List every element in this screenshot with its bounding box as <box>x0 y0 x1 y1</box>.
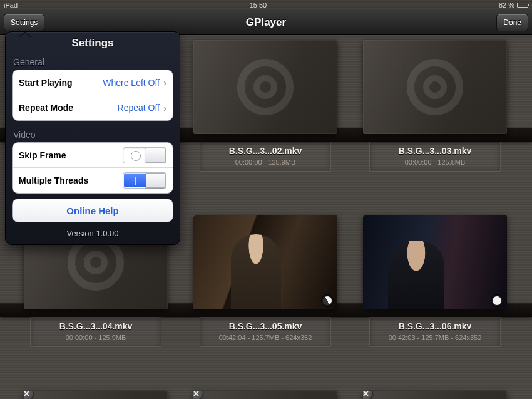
online-help-button[interactable]: Online Help <box>12 199 173 222</box>
section-general-label: General <box>6 53 180 68</box>
video-meta: 00:00:00 - 125.8MB <box>372 158 498 166</box>
battery-pct: 82 % <box>499 1 514 9</box>
repeat-mode-label: Repeat Mode <box>19 103 73 113</box>
video-item[interactable]: ✕ B.S.G...3...06.mkv 00:42:03 - 125.7MB … <box>358 215 512 316</box>
version-label: Version 1.0.00 <box>6 226 180 244</box>
video-item[interactable]: B.S.G...3...02.mkv 00:00:00 - 125.9MB <box>188 40 342 140</box>
video-meta: 00:42:04 - 125.7MB - 624x352 <box>203 334 328 341</box>
row-skip-frame: Skip Frame <box>13 143 173 168</box>
video-thumbnail[interactable]: ✕ <box>363 215 507 309</box>
app-title: GPlayer <box>246 16 286 29</box>
video-filename: B.S.G...3...03.mkv <box>372 146 498 156</box>
video-filename: B.S.G...3...04.mkv <box>33 321 158 331</box>
progress-icon <box>321 294 334 307</box>
video-meta: 00:00:00 - 125.9MB <box>33 334 158 341</box>
settings-button[interactable]: Settings <box>4 14 44 31</box>
status-right: 82 % <box>499 1 528 9</box>
toggle-knob <box>145 173 166 188</box>
video-thumbnail[interactable]: ✕ <box>193 391 337 399</box>
video-meta: 00:42:03 - 125.7MB - 624x352 <box>372 334 498 341</box>
toggle-knob <box>145 148 166 163</box>
video-item[interactable]: ✕ <box>188 391 342 399</box>
group-video: Skip Frame Multiple Threads | <box>12 142 173 194</box>
done-button[interactable]: Done <box>496 14 528 31</box>
video-filename: B.S.G...3...02.mkv <box>203 146 328 156</box>
chevron-right-icon: › <box>163 103 166 113</box>
row-start-playing[interactable]: Start Playing Where Left Off › <box>13 70 173 95</box>
progress-icon <box>491 294 503 307</box>
settings-popover: Settings General Start Playing Where Lef… <box>5 31 180 245</box>
video-thumbnail[interactable] <box>363 40 507 134</box>
skip-frame-toggle[interactable] <box>123 147 166 163</box>
battery-icon <box>517 3 528 8</box>
start-playing-label: Start Playing <box>19 78 73 88</box>
video-item[interactable]: ✕ <box>358 391 512 399</box>
group-general: Start Playing Where Left Off › Repeat Mo… <box>12 70 173 121</box>
skip-frame-label: Skip Frame <box>19 150 66 160</box>
clock: 15:50 <box>250 1 267 9</box>
video-filename: B.S.G...3...05.mkv <box>203 321 328 331</box>
shelf-row: ✕ ✕ ✕ <box>19 391 513 399</box>
repeat-mode-value: Repeat Off › <box>118 103 166 113</box>
video-item[interactable]: B.S.G...3...03.mkv 00:00:00 - 125.8MB <box>358 40 512 140</box>
video-thumbnail[interactable] <box>193 40 337 134</box>
video-thumbnail[interactable]: ✕ <box>193 215 337 309</box>
video-thumbnail[interactable]: ✕ <box>24 391 168 399</box>
chevron-right-icon: › <box>163 77 166 88</box>
video-label: B.S.G...3...02.mkv 00:00:00 - 125.9MB <box>200 142 331 172</box>
section-video-label: Video <box>6 126 180 141</box>
video-item[interactable]: ✕ <box>19 391 173 399</box>
video-filename: B.S.G...3...06.mkv <box>372 321 498 331</box>
device-label: iPad <box>4 1 18 9</box>
video-label: B.S.G...3...06.mkv 00:42:03 - 125.7MB - … <box>369 317 501 347</box>
start-playing-value: Where Left Off › <box>103 77 166 88</box>
video-label: B.S.G...3...04.mkv 00:00:00 - 125.9MB <box>30 317 161 347</box>
video-item[interactable]: ✕ B.S.G...3...05.mkv 00:42:04 - 125.7MB … <box>188 215 342 316</box>
video-label: B.S.G...3...05.mkv 00:42:04 - 125.7MB - … <box>200 317 331 347</box>
status-bar: iPad 15:50 82 % <box>0 0 532 10</box>
multiple-threads-label: Multiple Threads <box>19 175 88 185</box>
video-meta: 00:00:00 - 125.9MB <box>203 158 328 166</box>
video-thumbnail[interactable]: ✕ <box>363 391 507 399</box>
multiple-threads-toggle[interactable]: | <box>123 172 166 189</box>
popover-title: Settings <box>6 32 180 53</box>
row-repeat-mode[interactable]: Repeat Mode Repeat Off › <box>13 95 173 120</box>
video-label: B.S.G...3...03.mkv 00:00:00 - 125.8MB <box>369 142 501 172</box>
toggle-on-indicator: | <box>124 174 146 187</box>
row-multiple-threads: Multiple Threads | <box>13 168 173 193</box>
